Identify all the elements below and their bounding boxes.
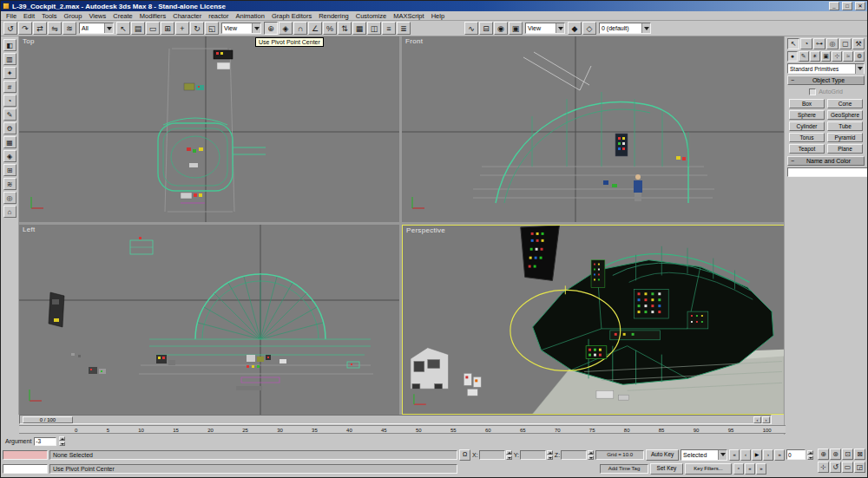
render-last-button[interactable]: ◇ (582, 22, 596, 35)
menu-item[interactable]: Modifiers (136, 11, 169, 21)
percent-snap-button[interactable]: % (323, 22, 337, 35)
redo-button[interactable]: ↷ (18, 22, 32, 35)
select-object-button[interactable]: ↖ (116, 22, 130, 35)
zoom-extents-all-button[interactable]: ⊠ (854, 449, 865, 460)
tab-utilities[interactable]: ⚒ (852, 38, 865, 49)
curve-editor-button[interactable]: ∿ (464, 22, 478, 35)
vertical-tool-button[interactable]: ◧ (3, 39, 16, 51)
vertical-tool-button[interactable]: # (3, 81, 16, 93)
menu-item[interactable]: Edit (20, 11, 38, 21)
min-max-toggle-button[interactable]: ◲ (854, 462, 865, 473)
zoom-extents-button[interactable]: ⊡ (842, 449, 853, 460)
select-and-rotate-button[interactable]: ↻ (190, 22, 204, 35)
zoom-button[interactable]: ⊕ (818, 449, 829, 460)
zoom-all-button[interactable]: ⊛ (830, 449, 841, 460)
x-spinner[interactable] (506, 449, 512, 460)
next-frame-button[interactable]: › (763, 449, 773, 461)
use-pivot-point-center-button[interactable]: ⊕ (264, 22, 278, 35)
menu-item[interactable]: MAXScript (390, 11, 427, 21)
close-button[interactable]: ✕ (855, 2, 865, 10)
viewport-perspective[interactable]: Perspective (402, 225, 786, 415)
name-and-color-rollout[interactable]: − Name and Color (787, 156, 865, 166)
render-type-combo[interactable]: View (525, 23, 565, 34)
current-frame-input[interactable] (786, 449, 806, 460)
primitive-button[interactable]: Tube (827, 121, 863, 131)
category-lights-button[interactable]: ☀ (810, 51, 820, 62)
go-to-start-button[interactable]: « (729, 449, 740, 461)
argument-input[interactable] (34, 437, 56, 446)
object-name-input[interactable] (787, 167, 868, 177)
left-viewport-canvas[interactable] (19, 225, 399, 415)
primitive-button[interactable]: Plane (827, 144, 863, 154)
menu-item[interactable]: Help (428, 11, 448, 21)
snaps-toggle-button[interactable]: ∩ (293, 22, 307, 35)
object-class-combo[interactable]: Standard Primitives (787, 63, 865, 74)
viewport-perspective-label[interactable]: Perspective (406, 226, 445, 234)
key-filters-button[interactable]: Key Filters... (685, 463, 732, 475)
tab-modify[interactable]: ◔ (800, 38, 812, 49)
select-and-scale-button[interactable]: ◱ (205, 22, 219, 35)
menu-item[interactable]: reactor (205, 11, 232, 21)
previous-key-button[interactable]: « (745, 463, 755, 475)
tab-display[interactable]: ▢ (839, 38, 852, 49)
align-button[interactable]: ≡ (382, 22, 396, 35)
menu-item[interactable]: Tools (38, 11, 61, 21)
angle-snap-button[interactable]: ∠ (308, 22, 322, 35)
vertical-tool-button[interactable]: ✎ (3, 108, 16, 121)
next-frame-arrow[interactable]: › (762, 416, 770, 423)
unlink-selection-button[interactable]: ⇋ (48, 22, 62, 35)
category-geometry-button[interactable]: ● (787, 51, 798, 62)
next-key-button[interactable]: » (756, 463, 766, 475)
selection-filter-combo[interactable]: All (79, 23, 114, 34)
time-slider-handle[interactable]: 0 / 100 (23, 416, 73, 423)
tab-hierarchy[interactable]: ⊶ (813, 38, 825, 49)
vertical-tool-button[interactable]: ◈ (3, 150, 16, 162)
menu-item[interactable]: File (3, 11, 20, 21)
maximize-button[interactable]: □ (842, 2, 852, 10)
go-to-end-button[interactable]: » (774, 449, 785, 461)
y-spinner[interactable] (547, 449, 553, 460)
window-crossing-button[interactable]: ⊞ (161, 22, 174, 35)
tab-create[interactable]: ↖ (787, 38, 799, 49)
material-editor-button[interactable]: ◉ (494, 22, 508, 35)
reference-coordinate-combo[interactable]: View (221, 23, 261, 34)
viewport-left[interactable]: Left (19, 225, 399, 415)
primitive-button[interactable]: Teapot (789, 144, 825, 154)
play-button[interactable]: ▶ (752, 449, 762, 461)
menu-item[interactable]: Group (61, 11, 86, 21)
select-and-manipulate-button[interactable]: ◈ (279, 22, 293, 35)
viewport-front[interactable]: Front (402, 36, 786, 222)
key-mode-combo[interactable]: Selected (681, 449, 727, 461)
vertical-tool-button[interactable]: ◎ (3, 192, 16, 204)
x-coordinate-input[interactable] (479, 450, 505, 460)
primitive-button[interactable]: Cylinder (789, 121, 825, 131)
bind-to-space-warp-button[interactable]: ≋ (62, 22, 76, 35)
menu-item[interactable]: Animation (233, 11, 268, 21)
add-time-tag[interactable]: Add Time Tag (600, 464, 648, 474)
layer-manager-button[interactable]: ≣ (397, 22, 411, 35)
z-spinner[interactable] (588, 449, 594, 460)
viewport-top-label[interactable]: Top (23, 37, 35, 45)
viewport-front-label[interactable]: Front (405, 37, 423, 45)
track-bar[interactable]: 0510152025303540455055606570758085909510… (19, 425, 786, 434)
render-scene-button[interactable]: ▣ (509, 22, 523, 35)
pan-button[interactable]: ⊹ (818, 462, 829, 473)
category-systems-button[interactable]: ⚙ (854, 51, 865, 62)
layer-combo[interactable]: 0 (default) (599, 23, 651, 34)
primitive-button[interactable]: Pyramid (827, 133, 863, 142)
tab-motion[interactable]: ◎ (826, 38, 838, 49)
y-coordinate-input[interactable] (520, 450, 546, 460)
primitive-button[interactable]: Cone (827, 99, 863, 108)
primitive-button[interactable]: Box (789, 99, 825, 108)
key-mode-toggle-button[interactable]: ∘ (733, 463, 744, 475)
select-and-move-button[interactable]: + (175, 22, 189, 35)
auto-key-button[interactable]: Auto Key (646, 449, 679, 461)
mirror-button[interactable]: ◫ (367, 22, 381, 35)
category-helpers-button[interactable]: ⊹ (832, 51, 842, 62)
perspective-viewport-canvas[interactable] (403, 226, 785, 414)
menu-item[interactable]: Create (109, 11, 136, 21)
viewport-left-label[interactable]: Left (23, 226, 36, 233)
frame-spinner[interactable] (807, 449, 813, 460)
selection-lock-toggle[interactable]: Ω (459, 449, 470, 461)
previous-frame-button[interactable]: ‹ (740, 449, 751, 461)
